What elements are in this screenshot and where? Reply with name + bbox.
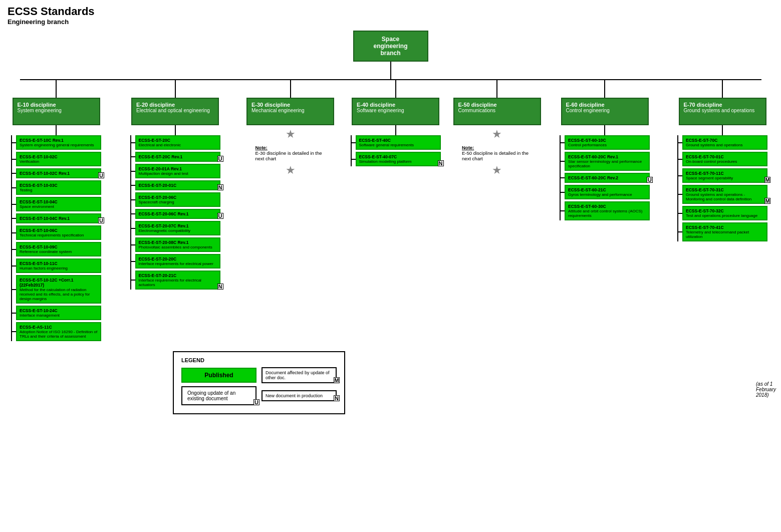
item-ecss-e-st-20c[interactable]: ECSS-E-ST-20C Electrical and electronic	[135, 135, 220, 150]
item-ecss-e-st-60-10c[interactable]: ECSS-E-ST-60-10C Control performances	[565, 135, 650, 150]
item-ecss-e-st-10-04c[interactable]: ECSS-E-ST-10-04C Space environment	[16, 197, 101, 211]
item-ecss-e-st-70c[interactable]: ECSS-E-ST-70C Ground systems and operati…	[682, 135, 767, 150]
item-ecss-e-st-20-06c[interactable]: ECSS-E-ST-20-06C Spacecraft charging	[135, 192, 220, 207]
star-icon-e50: ★	[492, 128, 502, 141]
star-icon-e30-2: ★	[286, 164, 296, 177]
item-ecss-e-st-10-12c[interactable]: ECSS-E-ST-10-12C +Corr.1 (22Feb2017) Met…	[16, 275, 101, 304]
branch-e40-top-line	[395, 80, 396, 98]
item-ecss-e-st-70-01c[interactable]: ECSS-E-ST-70-01C On-board control proced…	[682, 152, 767, 166]
item-ecss-e-st-20-07c-rev1[interactable]: ECSS-E-ST-20-07C Rev.1 Electromagnetic c…	[135, 221, 220, 235]
item-ecss-e-st-60-20c-rev2[interactable]: ECSS-E-ST-60-20C Rev.2 U	[565, 173, 650, 183]
list-item: ECSS-E-ST-10-24C Interface management	[12, 306, 101, 320]
item-ecss-e-st-20-20c[interactable]: ECSS-E-ST-20-20C Interface requirements …	[135, 254, 220, 269]
list-item: ECSS-E-ST-10-04C Rev.1 U	[12, 213, 101, 223]
legend-row-published: Published Document affected by update of…	[181, 367, 337, 383]
list-item: ECSS-E-ST-60-20C Rev.2 U	[561, 173, 650, 183]
list-item: ECSS-E-ST-60-30C Attitude and orbit cont…	[561, 201, 650, 220]
e40-items-wrapper: ECSS-E-ST-40C Software general requireme…	[351, 135, 441, 166]
item-ecss-e-20-01a-rev1[interactable]: ECSS-E-20-01A Rev.1 Multipaction design …	[135, 164, 220, 178]
e70-items: ECSS-E-ST-70C Ground systems and operati…	[678, 135, 767, 241]
item-ecss-e-st-40c[interactable]: ECSS-E-ST-40C Software general requireme…	[356, 135, 441, 150]
item-ecss-e-st-70-32c[interactable]: ECSS-E-ST-70-32C Test and operations pro…	[682, 206, 767, 220]
item-ecss-e-st-10-04c-rev1[interactable]: ECSS-E-ST-10-04C Rev.1 U	[16, 213, 101, 223]
item-ecss-e-as-11c[interactable]: ECSS-E-AS-11C Adoption Notice of ISO 162…	[16, 322, 101, 341]
item-ecss-e-st-70-41c[interactable]: ECSS-E-ST-70-41C Telemetry and telecomma…	[682, 222, 767, 241]
branch-e20: E-20 discipline Electrical and optical e…	[121, 80, 229, 290]
list-item: ECSS-E-ST-70C Ground systems and operati…	[678, 135, 767, 150]
item-ecss-e-st-10-24c[interactable]: ECSS-E-ST-10-24C Interface management	[16, 306, 101, 320]
list-item: ECSS-E-ST-20-08C Rev.1 Photovoltaic asse…	[131, 237, 220, 252]
marker-n-legend: N	[334, 395, 340, 401]
list-item: ECSS-E-ST-10-02C Rev.1 U	[12, 168, 101, 178]
marker-u: U	[647, 177, 653, 183]
branch-e30-top-line	[290, 80, 291, 98]
list-item: ECSS-E-ST-10-09C Reference coordinate sy…	[12, 242, 101, 256]
branches-container: E-10 discipline System engineering ECSS-…	[5, 80, 776, 341]
item-ecss-e-st-10c-rev1[interactable]: ECSS-E-ST-10C Rev.1 System engineering g…	[16, 135, 101, 150]
e60-items: ECSS-E-ST-60-10C Control performances EC…	[561, 135, 650, 220]
marker-n: N	[438, 160, 444, 166]
root-node: Space engineering branch	[353, 31, 428, 62]
legend-affected-box: Document affected by update of other doc…	[262, 367, 337, 383]
branch-e20-top-line	[175, 80, 176, 98]
item-ecss-e-st-20-01c[interactable]: ECSS-E-ST-20-01C N	[135, 180, 220, 190]
list-item: ECSS-E-ST-40-07C Simulation modelling pl…	[352, 152, 441, 166]
item-ecss-e-st-10-09c[interactable]: ECSS-E-ST-10-09C Reference coordinate sy…	[16, 242, 101, 256]
note-e30: Note:E-30 discipline is detailed in the …	[255, 145, 331, 161]
branch-e10-mid-line	[56, 125, 57, 135]
item-ecss-e-st-20c-rev1[interactable]: ECSS-E-ST-20C Rev.1 U	[135, 152, 220, 162]
legend-ongoing-box: Ongoing update of an existing document U	[181, 386, 256, 405]
item-ecss-e-st-20-06c-rev1[interactable]: ECSS-E-ST-20-06C Rev.1 U	[135, 209, 220, 219]
item-ecss-e-st-20-08c-rev1[interactable]: ECSS-E-ST-20-08C Rev.1 Photovoltaic asse…	[135, 237, 220, 252]
marker-m: M	[764, 177, 770, 183]
branch-e60: E-60 discipline Control engineering ECSS…	[555, 80, 655, 220]
marker-n: N	[217, 184, 223, 190]
item-ecss-e-st-20-21c[interactable]: ECSS-E-ST-20-21C Interface requirements …	[135, 271, 220, 290]
marker-u-legend: U	[253, 399, 259, 405]
star-icon-e50-2: ★	[492, 164, 502, 177]
list-item: ECSS-E-ST-60-10C Control performances	[561, 135, 650, 150]
item-ecss-e-st-10-06c[interactable]: ECSS-E-ST-10-06C Technical requirements …	[16, 225, 101, 240]
discipline-e30: E-30 discipline Mechanical engineering	[246, 98, 334, 125]
item-ecss-e-st-10-11c[interactable]: ECSS-E-ST-10-11C Human factors engineeri…	[16, 258, 101, 273]
list-item: ECSS-E-ST-20-06C Rev.1 U	[131, 209, 220, 219]
list-item: ECSS-E-ST-10-02C Verification	[12, 152, 101, 166]
page-container: ECSS Standards Engineering branch Space …	[0, 0, 781, 419]
legend: LEGEND Published Document affected by up…	[173, 351, 345, 414]
list-item: ECSS-E-ST-20-06C Spacecraft charging	[131, 192, 220, 207]
item-ecss-e-st-60-21c[interactable]: ECSS-E-ST-60-21C Gyros terminology and p…	[565, 185, 650, 199]
branch-e50-top-line	[496, 80, 497, 98]
item-ecss-e-st-60-30c[interactable]: ECSS-E-ST-60-30C Attitude and orbit cont…	[565, 201, 650, 220]
marker-n: N	[217, 284, 223, 290]
branch-e30: E-30 discipline Mechanical engineering ★…	[243, 80, 338, 177]
list-item: ECSS-E-ST-10C Rev.1 System engineering g…	[12, 135, 101, 150]
main-subtitle: Engineering branch	[8, 18, 773, 26]
list-item: ECSS-E-ST-70-31C Ground systems and oper…	[678, 185, 767, 204]
item-ecss-e-st-40-07c[interactable]: ECSS-E-ST-40-07C Simulation modelling pl…	[356, 152, 441, 166]
item-ecss-e-st-10-03c[interactable]: ECSS-E-ST-10-03C Testing	[16, 180, 101, 195]
list-item: ECSS-E-ST-70-11C Space segment operabili…	[678, 168, 767, 183]
discipline-e60: E-60 discipline Control engineering	[561, 98, 649, 125]
branch-e70-mid-line	[722, 125, 723, 135]
item-ecss-e-st-10-02c[interactable]: ECSS-E-ST-10-02C Verification	[16, 152, 101, 166]
item-ecss-e-st-10-02c-rev1[interactable]: ECSS-E-ST-10-02C Rev.1 U	[16, 168, 101, 178]
legend-published-box: Published	[181, 368, 256, 383]
item-ecss-e-st-70-11c[interactable]: ECSS-E-ST-70-11C Space segment operabili…	[682, 168, 767, 183]
list-item: ECSS-E-ST-10-12C +Corr.1 (22Feb2017) Met…	[12, 275, 101, 304]
note-e50: Note:E-50 discipline is detailed in the …	[462, 145, 537, 161]
list-item: ECSS-E-ST-60-20C Rev.1 Star sensor termi…	[561, 152, 650, 171]
list-item: ECSS-E-ST-70-41C Telemetry and telecomma…	[678, 222, 767, 241]
legend-title: LEGEND	[181, 357, 337, 363]
branch-e70: E-70 discipline Ground systems and opera…	[669, 80, 776, 241]
e60-items-wrapper: ECSS-E-ST-60-10C Control performances EC…	[560, 135, 650, 220]
list-item: ECSS-E-ST-10-06C Technical requirements …	[12, 225, 101, 240]
item-ecss-e-st-60-20c-rev1[interactable]: ECSS-E-ST-60-20C Rev.1 Star sensor termi…	[565, 152, 650, 171]
footer-date: (as of 1 February 2018)	[756, 381, 776, 398]
list-item: ECSS-E-ST-70-01C On-board control proced…	[678, 152, 767, 166]
e10-items: ECSS-E-ST-10C Rev.1 System engineering g…	[12, 135, 101, 341]
item-ecss-e-st-70-31c[interactable]: ECSS-E-ST-70-31C Ground systems and oper…	[682, 185, 767, 204]
branch-e40-mid-line	[395, 125, 396, 135]
e20-items-wrapper: ECSS-E-ST-20C Electrical and electronic …	[130, 135, 220, 290]
discipline-e20: E-20 discipline Electrical and optical e…	[131, 98, 219, 125]
page-title: ECSS Standards Engineering branch	[8, 5, 773, 26]
